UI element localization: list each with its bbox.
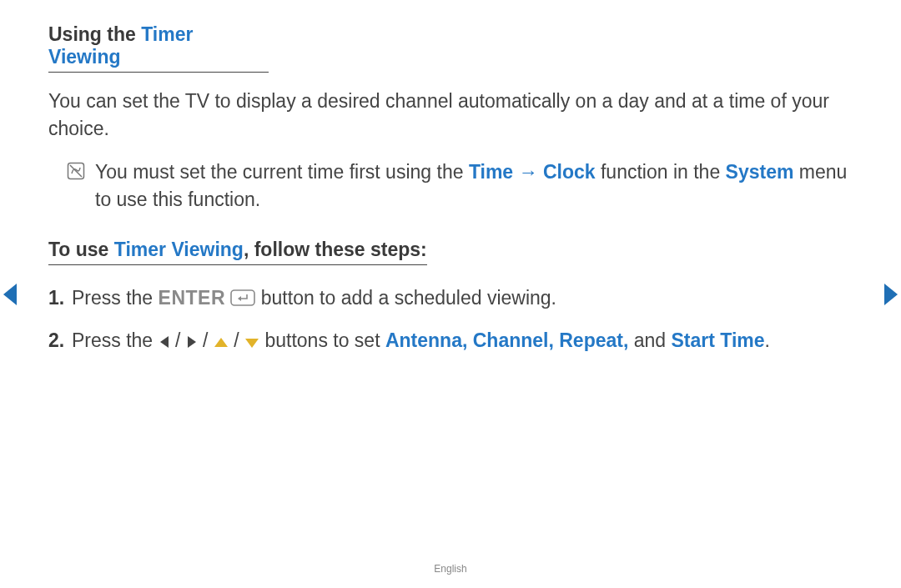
enter-label: ENTER (159, 287, 225, 309)
step1-p1: Press the (72, 287, 159, 309)
subheading-prefix: To use (48, 239, 114, 260)
note-icon (67, 162, 85, 180)
sep1: / (170, 329, 186, 351)
step2-a1: Antenna, Channel, Repeat, (385, 329, 628, 351)
step2-and: and (628, 329, 671, 351)
note-arrow: → (513, 161, 543, 183)
step-2: 2. Press the / / / buttons to set Antenn… (48, 326, 853, 357)
step-1: 1. Press the ENTER button to add a sched… (48, 284, 853, 314)
nav-next-button[interactable] (883, 282, 901, 307)
step-body: Press the ENTER button to add a schedule… (72, 284, 853, 314)
step-body: Press the / / / buttons to set Antenna, … (72, 326, 853, 357)
note-part1: You must set the current time first usin… (95, 161, 469, 183)
subheading-accent: Timer Viewing (114, 239, 244, 260)
down-triangle-icon (244, 328, 259, 357)
note-block: You must set the current time first usin… (48, 158, 853, 214)
step2-p2: buttons to set (259, 329, 385, 351)
svg-line-1 (70, 165, 82, 177)
note-part2: function in the (596, 161, 726, 183)
svg-rect-2 (231, 290, 254, 305)
nav-prev-button[interactable] (0, 282, 18, 307)
note-text: You must set the current time first usin… (95, 158, 853, 214)
intro-paragraph: You can set the TV to display a desired … (48, 88, 853, 143)
subheading: To use Timer Viewing, follow these steps… (48, 239, 427, 265)
up-triangle-icon (214, 328, 229, 357)
page-content: Using the Timer Viewing You can set the … (0, 0, 901, 356)
left-triangle-icon (159, 328, 170, 357)
right-triangle-icon (186, 328, 198, 357)
step1-p2: button to add a scheduled viewing. (261, 287, 556, 309)
step2-a2: Start Time (671, 329, 764, 351)
heading-prefix: Using the (48, 23, 141, 45)
note-time: Time (469, 161, 513, 183)
note-clock: Clock (543, 161, 596, 183)
subheading-suffix: , follow these steps: (244, 239, 427, 260)
sep2: / (198, 329, 214, 351)
page-heading: Using the Timer Viewing (48, 23, 269, 73)
step-number: 1. (48, 284, 72, 313)
steps-list: 1. Press the ENTER button to add a sched… (48, 284, 853, 356)
step2-period: . (765, 329, 770, 351)
note-system: System (726, 161, 794, 183)
step-number: 2. (48, 326, 72, 355)
enter-icon (230, 285, 255, 314)
sep3: / (229, 329, 244, 351)
footer-language: English (0, 563, 901, 575)
step2-p1: Press the (72, 329, 159, 351)
